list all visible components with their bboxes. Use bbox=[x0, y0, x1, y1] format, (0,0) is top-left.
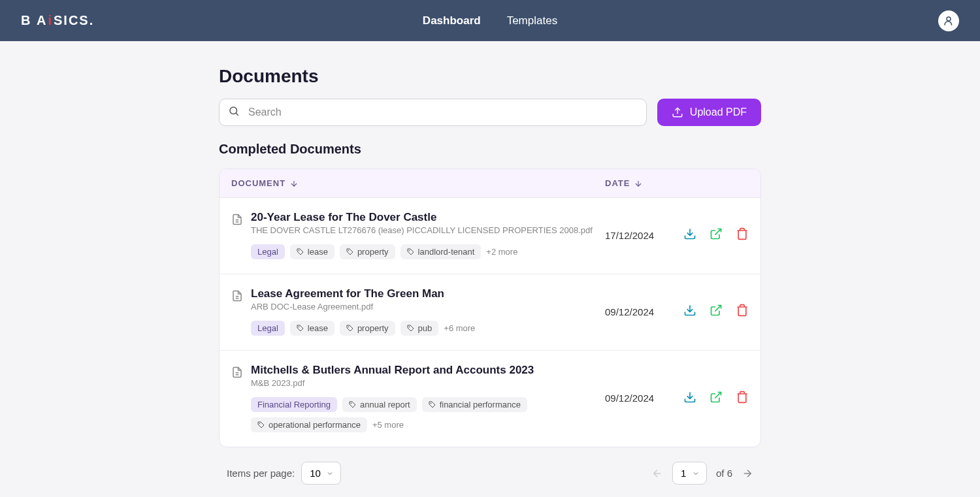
th-date[interactable]: DATE bbox=[605, 178, 749, 188]
delete-button[interactable] bbox=[736, 391, 749, 406]
primary-tag[interactable]: Legal bbox=[251, 321, 285, 336]
doc-title[interactable]: 20-Year Lease for The Dover Castle bbox=[251, 211, 605, 224]
trash-icon bbox=[736, 227, 749, 240]
doc-cell: Mitchells & Butlers Annual Report and Ac… bbox=[231, 364, 605, 432]
page-title: Documents bbox=[219, 66, 761, 87]
search-wrap bbox=[219, 99, 647, 126]
svg-point-7 bbox=[409, 327, 410, 327]
items-per-page-label: Items per page: bbox=[227, 468, 295, 479]
tag-icon bbox=[429, 401, 436, 409]
svg-point-2 bbox=[299, 250, 299, 251]
tag-icon bbox=[407, 325, 415, 332]
svg-point-6 bbox=[348, 327, 349, 327]
delete-button[interactable] bbox=[736, 227, 749, 243]
download-icon bbox=[683, 227, 696, 240]
nav-dashboard[interactable]: Dashboard bbox=[423, 14, 481, 27]
sort-down-icon bbox=[634, 179, 643, 188]
page-select[interactable]: 1 bbox=[672, 462, 707, 485]
main-nav: Dashboard Templates bbox=[423, 14, 557, 27]
sort-down-icon bbox=[289, 179, 299, 188]
tags: Financial Reporting annual report financ… bbox=[251, 397, 605, 432]
tag[interactable]: lease bbox=[290, 244, 335, 259]
date-cell: 17/12/2024 bbox=[605, 211, 670, 259]
download-button[interactable] bbox=[683, 391, 696, 406]
page-prev-button[interactable] bbox=[651, 468, 663, 479]
tag[interactable]: pub bbox=[400, 321, 439, 336]
upload-label: Upload PDF bbox=[690, 106, 747, 118]
tags-more[interactable]: +6 more bbox=[444, 323, 475, 333]
th-document[interactable]: DOCUMENT bbox=[231, 178, 605, 188]
svg-point-4 bbox=[409, 250, 410, 251]
actions-cell bbox=[670, 364, 749, 432]
user-avatar[interactable] bbox=[938, 10, 959, 31]
arrow-left-icon bbox=[651, 468, 663, 479]
file-icon bbox=[231, 290, 243, 336]
tag-icon bbox=[349, 401, 357, 409]
table-row: Mitchells & Butlers Annual Report and Ac… bbox=[220, 351, 760, 447]
external-link-icon bbox=[710, 391, 723, 404]
tag-icon bbox=[297, 325, 304, 332]
tag-icon bbox=[407, 248, 415, 256]
arrow-right-icon bbox=[742, 468, 753, 479]
table-row: Lease Agreement for The Green Man ARB DO… bbox=[220, 274, 760, 351]
tag-icon bbox=[257, 421, 265, 429]
tags: Legal lease property pub +6 more bbox=[251, 321, 605, 336]
date-cell: 09/12/2024 bbox=[605, 287, 670, 336]
tag[interactable]: property bbox=[340, 321, 395, 336]
tags-more[interactable]: +5 more bbox=[372, 420, 404, 430]
svg-point-5 bbox=[299, 327, 299, 327]
doc-title[interactable]: Mitchells & Butlers Annual Report and Ac… bbox=[251, 364, 605, 377]
items-per-page-select[interactable]: 10 bbox=[301, 462, 341, 485]
documents-table: DOCUMENT DATE 20-Year Lease for The Dove… bbox=[219, 168, 761, 447]
doc-cell: Lease Agreement for The Green Man ARB DO… bbox=[231, 287, 605, 336]
download-icon bbox=[683, 391, 696, 404]
actions-cell bbox=[670, 211, 749, 259]
tag[interactable]: annual report bbox=[342, 397, 417, 412]
main-content: Documents Upload PDF Completed Documents… bbox=[219, 41, 761, 497]
items-per-page: Items per page: 10 bbox=[227, 462, 341, 485]
upload-icon bbox=[672, 106, 683, 118]
download-button[interactable] bbox=[683, 304, 696, 319]
file-icon bbox=[231, 366, 243, 432]
pagination: Items per page: 10 1 of 6 bbox=[219, 447, 761, 485]
upload-pdf-button[interactable]: Upload PDF bbox=[657, 99, 761, 126]
tag-icon bbox=[297, 248, 304, 256]
tags-more[interactable]: +2 more bbox=[486, 247, 517, 257]
svg-point-1 bbox=[230, 107, 237, 114]
primary-tag[interactable]: Legal bbox=[251, 244, 285, 259]
tag[interactable]: landlord-tenant bbox=[400, 244, 482, 259]
external-link-icon bbox=[710, 227, 723, 240]
tag[interactable]: financial performance bbox=[422, 397, 527, 412]
download-button[interactable] bbox=[683, 227, 696, 243]
open-button[interactable] bbox=[710, 304, 723, 319]
open-button[interactable] bbox=[710, 391, 723, 406]
external-link-icon bbox=[710, 304, 723, 317]
tag-icon bbox=[346, 248, 354, 256]
nav-templates[interactable]: Templates bbox=[507, 14, 557, 27]
open-button[interactable] bbox=[710, 227, 723, 243]
user-icon bbox=[943, 15, 955, 27]
logo: B AiSICS. bbox=[21, 13, 94, 28]
svg-point-3 bbox=[348, 250, 349, 251]
svg-point-8 bbox=[351, 403, 351, 404]
doc-body: Mitchells & Butlers Annual Report and Ac… bbox=[251, 364, 605, 432]
doc-filename: M&B 2023.pdf bbox=[251, 378, 605, 388]
delete-button[interactable] bbox=[736, 304, 749, 319]
doc-body: Lease Agreement for The Green Man ARB DO… bbox=[251, 287, 605, 336]
page-next-button[interactable] bbox=[742, 468, 753, 479]
search-input[interactable] bbox=[219, 99, 647, 126]
tag[interactable]: lease bbox=[290, 321, 335, 336]
svg-point-9 bbox=[431, 403, 431, 404]
actions-cell bbox=[670, 287, 749, 336]
page-of-label: of 6 bbox=[716, 468, 732, 479]
tag[interactable]: property bbox=[340, 244, 395, 259]
primary-tag[interactable]: Financial Reporting bbox=[251, 397, 337, 412]
doc-title[interactable]: Lease Agreement for The Green Man bbox=[251, 287, 605, 300]
svg-point-0 bbox=[947, 17, 951, 21]
tag-icon bbox=[346, 325, 354, 332]
tag[interactable]: operational performance bbox=[251, 417, 367, 432]
download-icon bbox=[683, 304, 696, 317]
app-header: B AiSICS. Dashboard Templates bbox=[0, 0, 980, 41]
table-header: DOCUMENT DATE bbox=[220, 169, 760, 198]
tags: Legal lease property landlord-tenant +2 … bbox=[251, 244, 605, 259]
